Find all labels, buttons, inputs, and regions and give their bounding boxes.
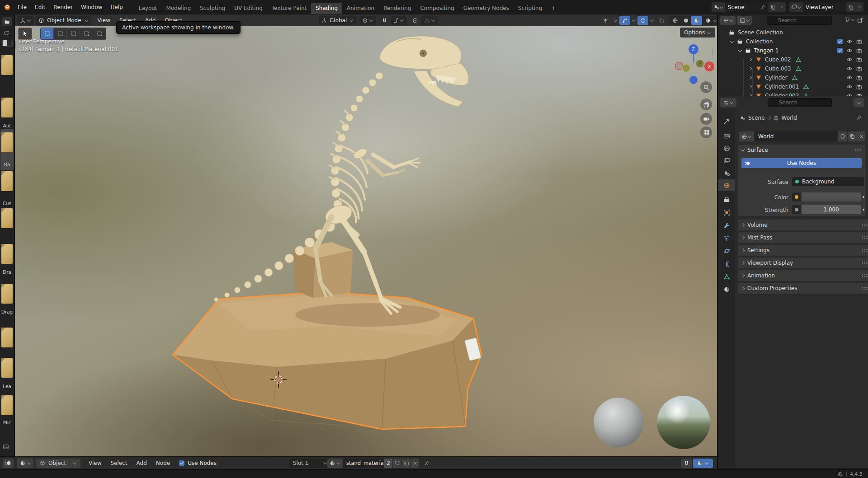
tab-texture-paint[interactable]: Texture Paint (267, 3, 311, 14)
settings-panel-header[interactable]: Settings (738, 245, 868, 256)
overlays-toggle[interactable] (637, 16, 648, 25)
file-thumbnail[interactable] (1, 55, 13, 75)
shader-menu-add[interactable]: Add (132, 460, 151, 466)
editor-type-button[interactable] (17, 16, 34, 25)
scene-browse-button[interactable] (712, 2, 725, 12)
xray-toggle[interactable] (656, 16, 666, 25)
mode-dropdown[interactable]: Object Mode (36, 16, 91, 25)
keyframe-decorator[interactable] (863, 196, 864, 198)
navigation-gizmo[interactable]: Y X Z (670, 42, 716, 87)
camera-icon[interactable] (856, 93, 862, 97)
options-dropdown[interactable]: Options (680, 28, 715, 37)
disclosure-icon[interactable] (748, 85, 752, 89)
shading-wireframe-button[interactable] (670, 16, 680, 25)
file-thumbnail[interactable] (1, 244, 13, 264)
file-thumbnail[interactable] (1, 284, 13, 304)
color-socket[interactable] (792, 192, 801, 202)
display-toggle[interactable] (2, 40, 13, 47)
use-nodes-button[interactable]: Use Nodes (741, 158, 862, 168)
file-thumbnail[interactable] (1, 208, 13, 228)
pan-button[interactable] (700, 98, 712, 110)
select-box-new-button[interactable] (41, 28, 53, 39)
image-editor-icon[interactable] (3, 444, 9, 450)
outliner-row-cube003[interactable]: Cube.003 (718, 64, 868, 73)
tab-animation[interactable]: Animation (342, 3, 379, 14)
properties-options-button[interactable] (854, 98, 864, 107)
preview-shading-button[interactable] (693, 459, 713, 468)
refresh-icon[interactable] (3, 30, 9, 36)
outliner-row-scene-collection[interactable]: Scene Collection (718, 28, 868, 37)
menu-render[interactable]: Render (49, 4, 77, 10)
outliner-row-cube002[interactable]: Cube.002 (718, 55, 868, 64)
tab-shading[interactable]: Shading (311, 3, 342, 14)
outliner-filter-button[interactable] (844, 17, 855, 23)
shading-solid-button[interactable] (680, 16, 691, 25)
ptab-collection[interactable] (718, 194, 735, 206)
scene-copy-button[interactable] (769, 2, 778, 12)
shader-editor-type-button[interactable] (3, 459, 14, 468)
ortho-toggle-button[interactable] (700, 127, 712, 138)
outliner-filter-mode-button[interactable] (737, 16, 752, 25)
ptab-output[interactable] (718, 142, 735, 154)
ptab-object-data[interactable] (718, 271, 735, 282)
color-swatch[interactable] (802, 192, 861, 202)
material-users-badge[interactable]: 2 (384, 459, 392, 468)
outliner-row-collection[interactable]: Collection (718, 37, 868, 46)
shader-menu-node[interactable]: Node (151, 460, 175, 466)
ptab-object[interactable] (718, 206, 735, 218)
breadcrumb-world[interactable]: World (782, 115, 797, 121)
disclosure-icon[interactable] (748, 58, 752, 61)
viewport-display-panel-header[interactable]: Viewport Display (738, 258, 868, 268)
camera-view-button[interactable] (700, 113, 712, 125)
eye-icon[interactable] (846, 93, 853, 96)
strength-socket[interactable] (792, 205, 801, 214)
sidebar-expand-arrow[interactable] (712, 49, 712, 55)
world-unlink-button[interactable] (857, 131, 865, 141)
viewlayer-name-field[interactable]: ViewLayer (803, 2, 846, 12)
ptab-material[interactable] (718, 283, 735, 295)
ptab-tool[interactable] (718, 115, 735, 127)
properties-search-input[interactable] (768, 98, 832, 107)
tab-scripting[interactable]: Scripting (514, 3, 547, 14)
outliner-display-mode-button[interactable] (720, 16, 736, 25)
tab-layout[interactable]: Layout (134, 3, 162, 14)
ptab-scene[interactable] (718, 167, 735, 179)
world-name-field[interactable]: World (755, 131, 841, 141)
breadcrumb-scene[interactable]: Scene (748, 115, 765, 121)
collection-checkbox[interactable] (837, 39, 843, 44)
material-name-field[interactable]: stand_material (343, 459, 390, 468)
pin-icon[interactable] (424, 460, 430, 466)
custom-properties-panel-header[interactable]: Custom Properties (738, 283, 868, 294)
file-thumbnail[interactable] (1, 395, 13, 415)
camera-icon[interactable] (856, 39, 862, 45)
ptab-constraints[interactable] (718, 258, 735, 270)
select-subtract-button[interactable] (67, 28, 80, 39)
strength-slider[interactable]: 1.000 (802, 205, 861, 214)
transform-orientation-dropdown[interactable]: Global (319, 16, 357, 25)
scene-unlink-button[interactable] (778, 2, 786, 12)
shader-target-dropdown[interactable]: Object (36, 459, 80, 468)
tab-rendering[interactable]: Rendering (379, 3, 415, 14)
material-copy-button[interactable] (402, 459, 410, 468)
material-unlink-button[interactable] (411, 459, 419, 468)
viewport-3d[interactable]: Object Mode View Select Add Object Globa… (15, 14, 717, 456)
world-browse-button[interactable] (739, 131, 754, 141)
zoom-button[interactable] (700, 81, 712, 93)
eye-icon[interactable] (846, 47, 853, 54)
ptab-physics[interactable] (718, 245, 735, 257)
scene-name-field[interactable]: Scene (725, 2, 769, 12)
camera-icon[interactable] (856, 75, 862, 81)
disclosure-icon[interactable] (748, 67, 752, 70)
gizmos-toggle[interactable] (619, 16, 630, 25)
shader-menu-view[interactable]: View (84, 460, 106, 466)
animation-panel-header[interactable]: Animation (738, 270, 868, 281)
eye-icon[interactable] (846, 38, 853, 45)
shader-menu-select[interactable]: Select (106, 460, 132, 466)
snap-target-dropdown[interactable] (391, 16, 407, 25)
camera-icon[interactable] (856, 48, 862, 54)
outliner-row-cylinder[interactable]: Cylinder (718, 73, 868, 82)
file-thumbnail[interactable] (1, 98, 13, 117)
ptab-world[interactable] (718, 179, 735, 191)
outliner-row-tangan1[interactable]: Tangan 1 (718, 46, 868, 55)
proportional-falloff-dropdown[interactable] (421, 16, 438, 25)
